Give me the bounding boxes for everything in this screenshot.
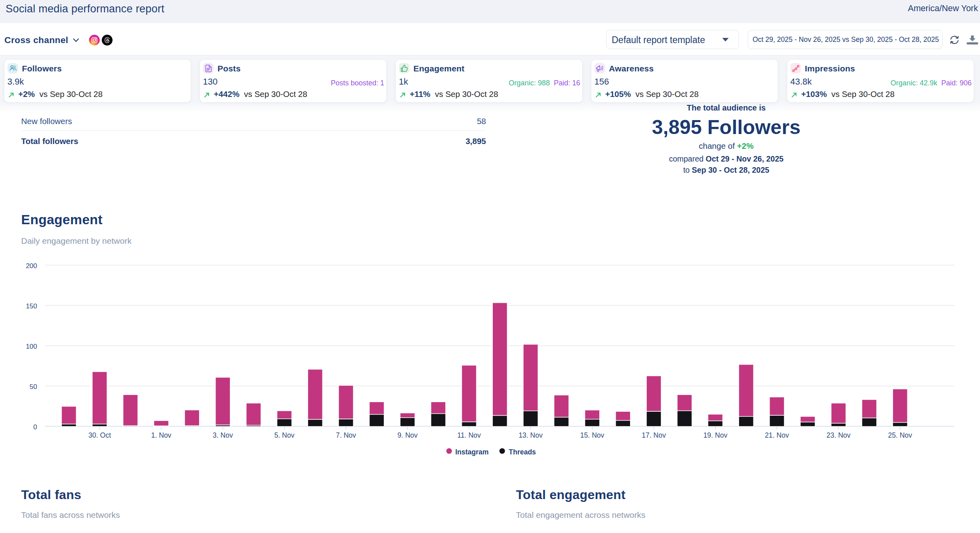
svg-text:3. Nov: 3. Nov [213, 431, 233, 439]
svg-text:200: 200 [26, 262, 37, 270]
svg-text:100: 100 [26, 343, 37, 350]
svg-text:0: 0 [34, 423, 37, 431]
svg-text:Instagram: Instagram [455, 448, 489, 456]
svg-text:50: 50 [30, 383, 37, 391]
svg-text:21. Nov: 21. Nov [765, 431, 789, 439]
svg-text:17. Nov: 17. Nov [642, 431, 666, 439]
svg-text:150: 150 [26, 302, 37, 310]
svg-text:25. Nov: 25. Nov [888, 431, 913, 439]
svg-text:7. Nov: 7. Nov [336, 431, 356, 439]
svg-text:19. Nov: 19. Nov [703, 431, 728, 439]
svg-text:30. Oct: 30. Oct [89, 431, 111, 439]
svg-text:5. Nov: 5. Nov [274, 431, 294, 439]
svg-text:9. Nov: 9. Nov [397, 431, 418, 439]
svg-text:23. Nov: 23. Nov [826, 431, 851, 439]
svg-text:11. Nov: 11. Nov [457, 431, 481, 439]
svg-text:13. Nov: 13. Nov [519, 431, 543, 439]
svg-text:1. Nov: 1. Nov [151, 431, 172, 439]
svg-text:15. Nov: 15. Nov [580, 431, 605, 439]
svg-text:Threads: Threads [509, 448, 536, 456]
